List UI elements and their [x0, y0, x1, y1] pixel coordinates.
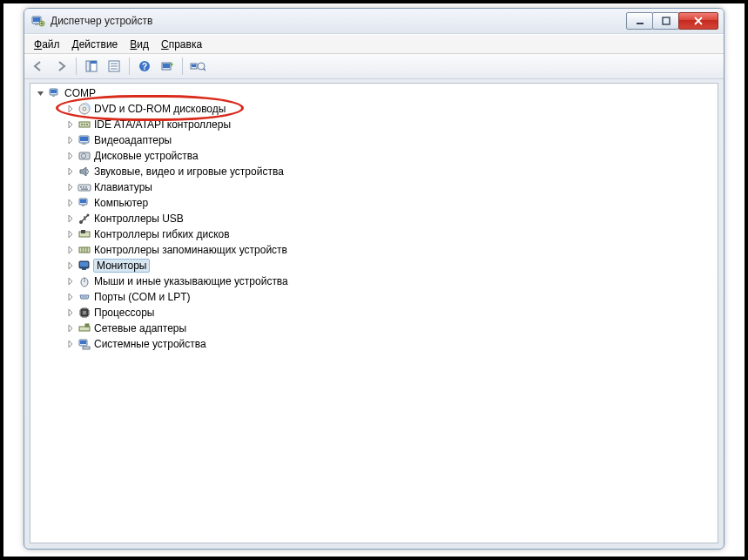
svg-point-45 [87, 214, 90, 217]
back-button[interactable] [28, 56, 49, 77]
tree-item-label: Сетевые адаптеры [94, 322, 186, 334]
expander-icon[interactable] [65, 339, 76, 349]
mouse-icon [77, 274, 91, 288]
tree-item[interactable]: Контроллеры запоминающих устройств [30, 242, 718, 258]
toolbar-separator [129, 57, 130, 75]
svg-rect-18 [192, 64, 196, 67]
menu-action[interactable]: Действие [66, 37, 125, 52]
screenshot-frame: Диспетчер устройств Файл Действие Вид Сп… [0, 0, 748, 560]
expander-icon[interactable] [65, 198, 76, 208]
tree-item[interactable]: Сетевые адаптеры [30, 320, 718, 336]
svg-rect-2 [35, 24, 38, 25]
svg-rect-1 [33, 17, 40, 22]
maximize-button[interactable] [652, 12, 679, 30]
network-icon [77, 321, 91, 335]
floppyctl-icon [77, 227, 91, 241]
expander-icon[interactable] [65, 151, 76, 161]
tree-root[interactable]: COMP [30, 85, 718, 101]
scan-hardware-button[interactable] [157, 56, 178, 77]
tree-item[interactable]: Процессоры [30, 305, 718, 320]
close-button[interactable] [678, 12, 718, 30]
expander-icon[interactable] [65, 276, 76, 287]
tree-item[interactable]: Контроллеры USB [30, 211, 718, 226]
tree-item-label: Дисковые устройства [94, 150, 199, 162]
system-icon [77, 337, 91, 351]
svg-rect-37 [80, 186, 82, 188]
tree-item-label: Звуковые, видео и игровые устройства [94, 165, 284, 178]
properties-button[interactable] [104, 56, 125, 77]
expander-icon[interactable] [65, 323, 76, 334]
svg-rect-16 [163, 64, 170, 68]
expander-icon[interactable] [65, 213, 76, 224]
device-tree[interactable]: COMPDVD и CD-ROM дисководыIDE ATA/ATAPI … [30, 84, 718, 352]
tree-item-label: Системные устройства [94, 338, 206, 350]
svg-rect-47 [81, 230, 85, 233]
svg-rect-23 [52, 95, 55, 97]
tree-item[interactable]: Порты (COM и LPT) [30, 289, 718, 305]
expander-icon[interactable] [65, 307, 76, 318]
svg-rect-42 [80, 199, 86, 203]
expander-icon[interactable] [65, 166, 76, 177]
display-icon [77, 133, 91, 147]
tree-item[interactable]: Контроллеры гибких дисков [30, 226, 718, 242]
expander-icon[interactable] [65, 104, 76, 114]
tree-item[interactable]: Мониторы [30, 258, 718, 273]
svg-rect-50 [80, 262, 88, 267]
svg-rect-4 [637, 23, 644, 24]
expander-icon[interactable] [65, 292, 76, 302]
tree-item[interactable]: Звуковые, видео и игровые устройства [30, 164, 718, 179]
svg-rect-38 [83, 186, 84, 188]
svg-rect-6 [86, 61, 90, 71]
tree-item-label: Контроллеры USB [94, 213, 184, 225]
show-hide-tree-button[interactable] [81, 56, 102, 77]
svg-point-54 [82, 296, 83, 297]
svg-rect-63 [80, 341, 86, 344]
ide-icon [77, 118, 91, 132]
svg-line-20 [204, 69, 206, 71]
menu-file[interactable]: Файл [28, 37, 66, 52]
device-manager-window: Диспетчер устройств Файл Действие Вид Сп… [24, 8, 724, 550]
tree-item[interactable]: Видеоадаптеры [30, 132, 718, 148]
expander-icon[interactable] [65, 229, 76, 240]
forward-button[interactable] [51, 56, 71, 77]
minimize-button[interactable] [626, 12, 653, 30]
svg-rect-22 [51, 90, 57, 93]
view-devices-button[interactable] [187, 56, 208, 77]
expander-icon[interactable] [65, 182, 76, 192]
menu-view[interactable]: Вид [124, 37, 155, 52]
computer-icon [48, 86, 62, 100]
svg-point-29 [86, 124, 88, 125]
menu-help[interactable]: Справка [155, 37, 208, 52]
expander-icon[interactable] [65, 245, 76, 255]
svg-point-55 [84, 296, 84, 297]
expander-icon[interactable] [65, 260, 76, 271]
window-controls [627, 12, 718, 30]
svg-rect-5 [663, 17, 670, 24]
expander-icon[interactable] [36, 88, 46, 98]
svg-point-56 [85, 296, 86, 297]
tree-item-label: Контроллеры запоминающих устройств [94, 244, 287, 256]
help-button[interactable]: ? [134, 56, 155, 77]
tree-item[interactable]: Компьютер [30, 195, 718, 211]
tree-item[interactable]: Системные устройства [30, 336, 718, 352]
tree-item-label: Клавиатуры [94, 181, 152, 193]
tree-item[interactable]: Дисковые устройства [30, 148, 718, 164]
expander-icon[interactable] [65, 119, 76, 130]
usb-icon [77, 212, 91, 226]
tree-item[interactable]: Клавиатуры [30, 179, 718, 195]
tree-item[interactable]: DVD и CD-ROM дисководы [30, 101, 718, 117]
tree-item-label: Мониторы [93, 259, 150, 273]
sound-icon [77, 165, 91, 179]
svg-rect-40 [81, 189, 88, 190]
ports-icon [77, 290, 91, 304]
svg-point-28 [84, 124, 85, 125]
tree-item-label: DVD и CD-ROM дисководы [94, 103, 226, 115]
titlebar[interactable]: Диспетчер устройств [24, 9, 724, 34]
computer-icon [77, 196, 91, 210]
expander-icon[interactable] [65, 135, 76, 145]
tree-item[interactable]: Мыши и иные указывающие устройства [30, 273, 718, 289]
tree-item[interactable]: IDE ATA/ATAPI контроллеры [30, 117, 718, 132]
svg-rect-39 [85, 186, 87, 188]
svg-rect-32 [82, 143, 86, 145]
tree-item-label: Процессоры [94, 307, 155, 319]
